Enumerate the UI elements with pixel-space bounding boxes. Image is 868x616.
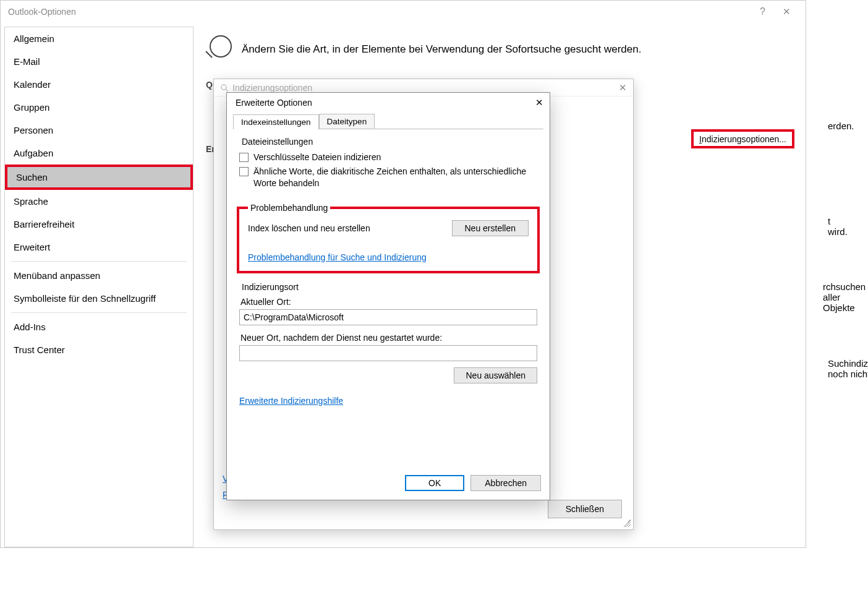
indexing-options-button[interactable]: Indizierungsoptionen... <box>692 130 793 147</box>
tabs: Indexeinstellungen Dateitypen <box>233 114 543 129</box>
sidebar-item-email[interactable]: E-Mail <box>5 50 193 73</box>
outlook-options-window: Outlook-Optionen ? ✕ Allgemein E-Mail Ka… <box>0 0 806 548</box>
checkbox-encrypted-files[interactable] <box>239 153 249 162</box>
advanced-dialog-title: Erweiterte Optionen <box>236 98 312 108</box>
sidebar-item-gruppen[interactable]: Gruppen <box>5 96 193 119</box>
sidebar-item-personen[interactable]: Personen <box>5 119 193 142</box>
label-encrypted-files: Verschlüsselte Dateien indizieren <box>253 152 381 163</box>
advanced-dialog-close-icon[interactable]: ✕ <box>535 97 543 108</box>
checkbox-diacritics[interactable] <box>239 167 249 176</box>
svg-point-0 <box>221 85 226 90</box>
partial-text-twird: t wird. <box>828 216 848 237</box>
window-title: Outlook-Optionen <box>8 7 76 17</box>
partial-text-rchsuchen: rchsuchen aller Objekte <box>823 281 866 313</box>
sidebar-item-kalender[interactable]: Kalender <box>5 73 193 96</box>
indexing-dialog-title: Indizierungsoptionen <box>232 83 312 93</box>
advanced-cancel-button[interactable]: Abbrechen <box>470 475 541 491</box>
indexing-dialog-close-button[interactable]: Schließen <box>548 500 622 518</box>
sidebar-item-menueband[interactable]: Menüband anpassen <box>5 264 193 287</box>
sidebar-item-trustcenter[interactable]: Trust Center <box>5 338 193 361</box>
partial-text-erden: erden. <box>828 121 854 131</box>
new-location-label: Neuer Ort, nachdem der Dienst neu gestar… <box>240 333 537 343</box>
current-location-input[interactable] <box>239 309 537 325</box>
legend-problembehandlung: Problembehandlung <box>248 203 330 213</box>
reindex-label: Index löschen und neu erstellen <box>248 223 370 233</box>
tab-indexeinstellungen[interactable]: Indexeinstellungen <box>233 114 319 129</box>
legend-dateieinstellungen: Dateieinstellungen <box>239 137 315 147</box>
fieldset-indizierungsort: Indizierungsort Aktueller Ort: Neuer Ort… <box>237 282 540 383</box>
svg-line-1 <box>226 89 228 92</box>
sidebar-item-erweitert[interactable]: Erweitert <box>5 236 193 259</box>
close-icon[interactable]: ✕ <box>783 6 791 17</box>
label-diacritics: Ähnliche Worte, die diakritische Zeichen… <box>253 166 537 189</box>
sidebar-item-barrierefreiheit[interactable]: Barrierefreiheit <box>5 213 193 236</box>
sidebar-item-sprache[interactable]: Sprache <box>5 190 193 213</box>
sidebar-item-allgemein[interactable]: Allgemein <box>5 27 193 50</box>
reindex-button[interactable]: Neu erstellen <box>452 220 529 236</box>
select-new-location-button[interactable]: Neu auswählen <box>454 367 537 383</box>
tab-dateitypen[interactable]: Dateitypen <box>319 114 375 129</box>
partial-text-suchind: Suchindizierung noch nicht <box>828 358 868 379</box>
sidebar-item-suchen[interactable]: Suchen <box>5 165 193 190</box>
help-icon[interactable]: ? <box>760 6 765 17</box>
advanced-ok-button[interactable]: OK <box>405 475 464 491</box>
page-description: Ändern Sie die Art, in der Elemente bei … <box>242 43 641 56</box>
new-location-input[interactable] <box>239 345 537 361</box>
sidebar-item-aufgaben[interactable]: Aufgaben <box>5 142 193 165</box>
magnifier-small-icon <box>220 83 229 92</box>
current-location-label: Aktueller Ort: <box>240 297 537 307</box>
sidebar-item-schnellzugriff[interactable]: Symbolleiste für den Schnellzugriff <box>5 287 193 310</box>
titlebar: Outlook-Optionen ? ✕ <box>1 1 806 23</box>
troubleshoot-link[interactable]: Problembehandlung für Suche und Indizier… <box>248 252 427 262</box>
fieldset-problembehandlung: Problembehandlung Index löschen und neu … <box>237 203 540 273</box>
sidebar-item-addins[interactable]: Add-Ins <box>5 315 193 338</box>
resize-grip-icon[interactable] <box>623 520 631 527</box>
indexing-options-label: ndizierungsoptionen... <box>702 134 786 144</box>
legend-indizierungsort: Indizierungsort <box>239 282 301 292</box>
sidebar: Allgemein E-Mail Kalender Gruppen Person… <box>4 27 194 547</box>
indexing-dialog-close-icon[interactable]: ✕ <box>619 82 627 93</box>
magnifier-icon <box>210 35 232 58</box>
advanced-indexing-help-link[interactable]: Erweiterte Indizierungshilfe <box>239 396 540 406</box>
fieldset-dateieinstellungen: Dateieinstellungen Verschlüsselte Dateie… <box>237 137 540 197</box>
advanced-options-dialog: Erweiterte Optionen ✕ Indexeinstellungen… <box>226 92 550 500</box>
